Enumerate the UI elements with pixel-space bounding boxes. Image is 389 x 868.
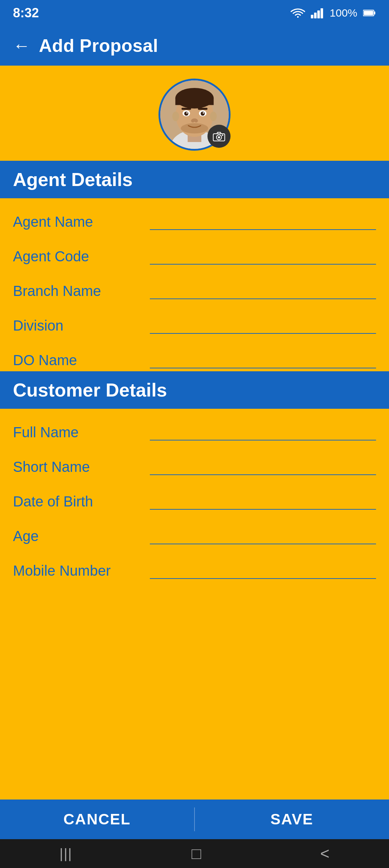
branch-name-label: Branch Name xyxy=(13,283,150,299)
svg-point-25 xyxy=(172,111,179,121)
full-name-input-wrapper xyxy=(150,422,376,440)
svg-rect-3 xyxy=(321,8,323,18)
do-name-input[interactable] xyxy=(150,350,376,368)
nav-bar: ||| □ < xyxy=(0,839,389,868)
svg-rect-12 xyxy=(175,98,214,105)
svg-rect-14 xyxy=(198,108,208,110)
agent-section-header: Agent Details xyxy=(0,161,389,198)
battery-icon xyxy=(363,9,376,17)
cancel-button[interactable]: CANCEL xyxy=(0,800,194,839)
age-input-wrapper xyxy=(150,526,376,544)
svg-point-19 xyxy=(186,112,188,114)
division-row: Division xyxy=(13,302,376,337)
cancel-label: CANCEL xyxy=(63,811,131,828)
battery-text: 100% xyxy=(330,7,357,19)
svg-rect-0 xyxy=(311,15,313,18)
agent-code-input[interactable] xyxy=(150,246,376,265)
camera-icon xyxy=(213,131,225,142)
agent-name-input[interactable] xyxy=(150,211,376,230)
svg-point-18 xyxy=(201,111,205,115)
do-name-row: DO Name xyxy=(13,337,376,371)
wifi-icon xyxy=(291,8,305,18)
short-name-row: Short Name xyxy=(13,443,376,478)
customer-section-title: Customer Details xyxy=(13,380,167,400)
agent-code-label: Agent Code xyxy=(13,248,150,265)
agent-code-row: Agent Code xyxy=(13,233,376,267)
svg-rect-5 xyxy=(374,12,375,14)
customer-section-header: Customer Details xyxy=(0,371,389,409)
short-name-label: Short Name xyxy=(13,459,150,475)
svg-point-26 xyxy=(210,111,217,121)
division-input[interactable] xyxy=(150,315,376,334)
svg-point-17 xyxy=(184,111,188,115)
svg-point-22 xyxy=(191,119,195,123)
agent-name-label: Agent Name xyxy=(13,214,150,230)
age-input[interactable] xyxy=(150,526,376,544)
svg-point-23 xyxy=(194,119,198,123)
status-bar: 8:32 100% xyxy=(0,0,389,26)
short-name-input-wrapper xyxy=(150,456,376,475)
do-name-label: DO Name xyxy=(13,352,150,368)
svg-rect-2 xyxy=(317,10,320,18)
action-bar: CANCEL SAVE xyxy=(0,800,389,839)
agent-section-title: Agent Details xyxy=(13,169,133,190)
svg-point-24 xyxy=(181,123,208,134)
do-name-input-wrapper xyxy=(150,350,376,368)
nav-back-icon[interactable]: < xyxy=(320,845,330,863)
back-button[interactable]: ← xyxy=(13,37,30,54)
branch-name-input-wrapper xyxy=(150,280,376,299)
save-button[interactable]: SAVE xyxy=(195,800,389,839)
mobile-number-label: Mobile Number xyxy=(13,563,150,579)
full-name-label: Full Name xyxy=(13,424,150,440)
full-name-row: Full Name xyxy=(13,409,376,443)
svg-rect-13 xyxy=(182,108,191,110)
age-row: Age xyxy=(13,513,376,547)
status-time: 8:32 xyxy=(13,5,39,21)
svg-point-30 xyxy=(222,134,223,136)
agent-code-input-wrapper xyxy=(150,246,376,265)
page-title: Add Proposal xyxy=(39,35,158,56)
dob-label: Date of Birth xyxy=(13,493,150,510)
mobile-number-input-wrapper xyxy=(150,560,376,579)
svg-point-20 xyxy=(203,112,204,114)
app-bar: ← Add Proposal xyxy=(0,26,389,66)
nav-home-icon[interactable]: □ xyxy=(192,845,201,863)
camera-button[interactable] xyxy=(207,125,231,148)
division-label: Division xyxy=(13,318,150,334)
status-icons: 100% xyxy=(291,7,376,19)
branch-name-row: Branch Name xyxy=(13,267,376,302)
agent-name-row: Agent Name xyxy=(13,198,376,233)
branch-name-input[interactable] xyxy=(150,280,376,299)
dob-input-wrapper xyxy=(150,491,376,510)
dob-row: Date of Birth xyxy=(13,478,376,513)
avatar-wrapper xyxy=(158,79,231,151)
division-input-wrapper xyxy=(150,315,376,334)
agent-form-section: Agent Name Agent Code Branch Name Divisi… xyxy=(0,198,389,371)
avatar-section xyxy=(0,66,389,161)
svg-rect-1 xyxy=(314,13,317,18)
dob-input[interactable] xyxy=(150,491,376,510)
agent-name-input-wrapper xyxy=(150,211,376,230)
signal-icon xyxy=(311,8,324,18)
mobile-number-row: Mobile Number xyxy=(13,547,376,585)
svg-rect-6 xyxy=(364,11,373,15)
short-name-input[interactable] xyxy=(150,456,376,475)
save-label: SAVE xyxy=(270,811,313,828)
full-name-input[interactable] xyxy=(150,422,376,440)
mobile-number-input[interactable] xyxy=(150,560,376,579)
age-label: Age xyxy=(13,528,150,544)
customer-form-section: Full Name Short Name Date of Birth Age M… xyxy=(0,409,389,585)
svg-point-11 xyxy=(175,88,214,108)
svg-point-29 xyxy=(218,136,220,138)
nav-menu-icon[interactable]: ||| xyxy=(59,846,72,862)
